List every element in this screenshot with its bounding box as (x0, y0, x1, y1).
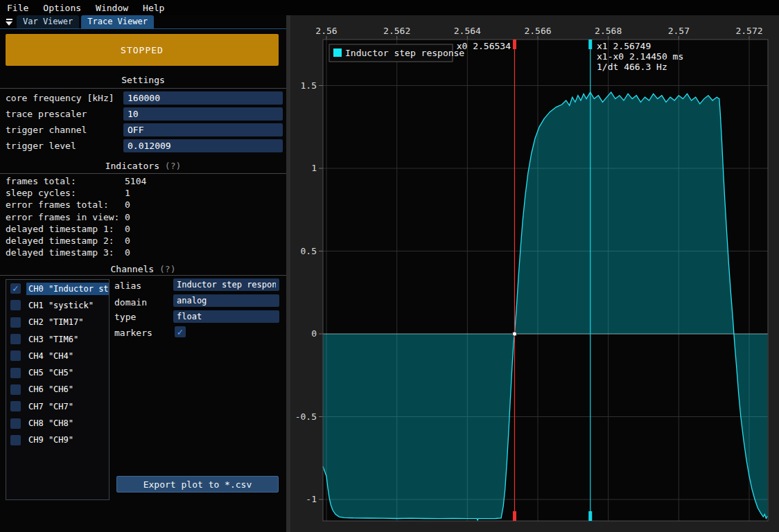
channel-row[interactable]: CH9 "CH9" (6, 432, 109, 448)
tab-bar: Var Viewer Trace Viewer (0, 15, 286, 29)
trace-prescaler-input[interactable] (123, 107, 283, 121)
check-icon: ✓ (12, 283, 18, 294)
indicator-label: delayed timestamp 2: (6, 236, 125, 246)
channel-row[interactable]: ✓CH0 "Inductor st (6, 281, 109, 296)
marker-x1-top-handle[interactable] (588, 39, 592, 49)
channel-label[interactable]: CH8 "CH8" (26, 417, 76, 429)
x-tick-label: 2.564 (454, 26, 481, 36)
channel-checkbox[interactable] (10, 300, 21, 310)
marker-freq-label: 1/dt 466.3 Hz (597, 62, 667, 72)
y-tick-label: 0.5 (301, 246, 317, 256)
channel-row[interactable]: CH4 "CH4" (6, 348, 109, 364)
channels-rule (0, 275, 286, 276)
legend-swatch-icon (333, 48, 342, 57)
indicator-value: 5104 (125, 176, 146, 186)
marker-snap-dot (512, 332, 516, 336)
indicator-value: 0 (125, 200, 130, 210)
channel-label[interactable]: CH1 "systick" (26, 299, 96, 312)
indicator-label: delayed timestamp 3: (6, 247, 125, 258)
channel-checkbox[interactable] (10, 334, 21, 344)
tab-var-viewer[interactable]: Var Viewer (17, 15, 79, 28)
channel-label[interactable]: CH2 "TIM17" (26, 316, 85, 328)
indicator-row: delayed timestamp 3:0 (6, 247, 283, 258)
channel-checkbox[interactable]: ✓ (10, 283, 21, 294)
trigger-level-input[interactable] (123, 139, 283, 152)
indicator-label: error frames in view: (6, 212, 125, 222)
channel-label[interactable]: CH0 "Inductor st (26, 283, 110, 295)
channel-row[interactable]: CH2 "TIM17" (6, 314, 109, 330)
channel-row[interactable]: CH6 "CH6" (6, 382, 109, 398)
channel-list[interactable]: ✓CH0 "Inductor stCH1 "systick"CH2 "TIM17… (6, 279, 110, 500)
legend-label: Inductor step response (345, 48, 464, 58)
alias-input[interactable] (173, 278, 279, 291)
channel-label[interactable]: CH7 "CH7" (26, 400, 76, 413)
x-tick-label: 2.572 (735, 26, 762, 36)
channel-checkbox[interactable] (10, 401, 21, 411)
channel-row[interactable]: CH8 "CH8" (6, 415, 109, 431)
indicator-label: sleep cycles: (6, 188, 125, 198)
channel-checkbox[interactable] (10, 418, 21, 429)
indicators-header-text: Indicators (105, 161, 159, 171)
channel-label[interactable]: CH6 "CH6" (26, 383, 76, 396)
collapse-panel-icon[interactable] (3, 15, 15, 28)
menu-file[interactable]: File (7, 3, 28, 13)
trigger-channel-input[interactable] (123, 123, 283, 136)
tab-trace-viewer[interactable]: Trace Viewer (81, 15, 154, 28)
marker-x0-top-handle[interactable] (513, 39, 516, 49)
indicator-row: delayed timestamp 2:0 (6, 235, 283, 247)
marker-x1-label: x1 2.56749 (597, 41, 651, 51)
settings-fields: core frequency [kHz] trace prescaler tri… (6, 90, 283, 154)
indicator-value: 1 (125, 188, 130, 198)
trace-plot[interactable]: 2.562.5622.5642.5662.5682.572.5721.510.5… (290, 15, 779, 532)
x-tick-label: 2.566 (524, 26, 551, 36)
channels-header: Channels (?) (0, 264, 286, 274)
settings-rule (0, 88, 286, 89)
indicator-row: sleep cycles:1 (6, 187, 283, 199)
x-tick-label: 2.562 (383, 26, 410, 36)
control-panel: Var Viewer Trace Viewer STOPPED Settings… (0, 15, 286, 532)
menu-window[interactable]: Window (96, 3, 128, 13)
menu-help[interactable]: Help (143, 3, 164, 13)
core-frequency-input[interactable] (123, 91, 283, 105)
menu-options[interactable]: Options (43, 3, 81, 13)
channel-row[interactable]: CH7 "CH7" (6, 398, 109, 414)
markers-checkbox[interactable]: ✓ (175, 326, 186, 337)
indicator-value: 0 (125, 236, 130, 246)
channel-label[interactable]: CH4 "CH4" (26, 350, 76, 362)
y-tick-label: -1 (306, 494, 317, 504)
channels-header-text: Channels (111, 264, 155, 274)
channel-checkbox[interactable] (10, 368, 21, 378)
channel-checkbox[interactable] (10, 384, 21, 395)
channel-row[interactable]: CH1 "systick" (6, 297, 109, 313)
plot-legend[interactable]: Inductor step response (329, 44, 464, 62)
indicator-row: delayed timestamp 1:0 (6, 223, 283, 235)
indicator-row: error frames total:0 (6, 199, 283, 211)
type-input[interactable] (173, 310, 279, 323)
check-icon: ✓ (177, 327, 183, 337)
marker-x1-bottom-handle[interactable] (588, 511, 592, 521)
y-tick-label: 0 (311, 328, 317, 339)
menu-bar: File Options Window Help (0, 0, 779, 15)
channel-checkbox[interactable] (10, 317, 21, 328)
indicators-help-icon[interactable]: (?) (165, 161, 181, 171)
export-csv-button[interactable]: Export plot to *.csv (116, 476, 279, 493)
channel-label[interactable]: CH9 "CH9" (26, 434, 76, 446)
indicator-value: 0 (125, 212, 130, 222)
marker-delta-label: x1-x0 2.14450 ms (597, 51, 683, 62)
trigger-level-label: trigger level (6, 141, 123, 151)
channel-label[interactable]: CH3 "TIM6" (26, 333, 80, 346)
acquisition-status-button[interactable]: STOPPED (6, 34, 279, 66)
collapse-icon-triangle (6, 21, 12, 26)
marker-x0-label: x0 2.56534 (457, 41, 511, 51)
marker-x0-bottom-handle[interactable] (513, 511, 516, 521)
channel-checkbox[interactable] (10, 351, 21, 361)
indicators-header: Indicators (?) (0, 161, 286, 171)
domain-input[interactable] (173, 294, 279, 307)
channel-checkbox[interactable] (10, 435, 21, 445)
x-tick-label: 2.57 (668, 26, 690, 36)
x-tick-label: 2.568 (595, 26, 622, 36)
channel-row[interactable]: CH3 "TIM6" (6, 331, 109, 347)
channel-label[interactable]: CH5 "CH5" (26, 366, 76, 379)
channel-row[interactable]: CH5 "CH5" (6, 364, 109, 380)
channels-help-icon[interactable]: (?) (159, 264, 175, 274)
